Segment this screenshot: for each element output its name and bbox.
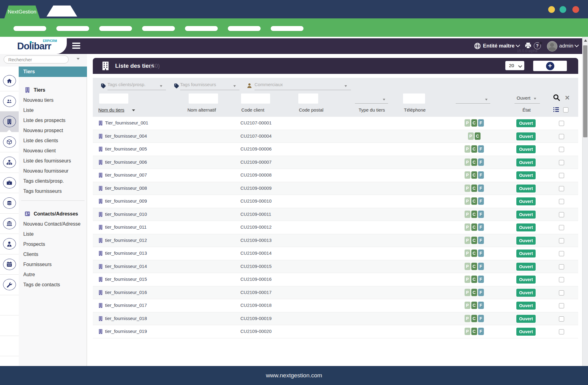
status-badge[interactable]: Ouvert (516, 315, 536, 323)
page-size-select[interactable]: 20 (505, 61, 524, 70)
status-badge[interactable]: Ouvert (516, 211, 536, 219)
status-badge[interactable]: Ouvert (516, 185, 536, 192)
scrollbar-thumb[interactable] (583, 45, 587, 137)
row-checkbox[interactable] (559, 212, 564, 217)
sidebar-item-autre[interactable]: Autre (19, 269, 87, 280)
status-badge[interactable]: Ouvert (516, 171, 536, 179)
status-badge[interactable]: Ouvert (516, 250, 536, 257)
avatar[interactable] (547, 41, 557, 51)
scrollbar[interactable] (582, 37, 588, 385)
sidebar-item-liste[interactable]: Liste (19, 105, 87, 115)
row-checkbox[interactable] (559, 264, 564, 269)
sidebar-item-nouveau-contact-adresse[interactable]: Nouveau Contact/Adresse (19, 219, 87, 229)
menu-bar-pill[interactable] (228, 26, 261, 31)
module-building-button[interactable] (0, 112, 19, 132)
column-header-nom-alternatif[interactable]: Nom alternatif (187, 107, 216, 112)
status-badge[interactable]: Ouvert (516, 237, 536, 245)
menu-section-title[interactable]: Tiers (19, 85, 87, 95)
status-badge[interactable]: Ouvert (516, 276, 536, 284)
module-users-button[interactable] (0, 91, 19, 112)
window-minimize-button[interactable] (548, 6, 555, 13)
sidebar-item-clients[interactable]: Clients (19, 249, 87, 259)
search-icon[interactable] (553, 94, 560, 101)
status-badge[interactable]: Ouvert (516, 119, 536, 127)
module-box-button[interactable] (0, 132, 19, 153)
row-checkbox[interactable] (559, 199, 564, 204)
sidebar-item-liste-des-prospects[interactable]: Liste des prospects (19, 115, 87, 125)
sidebar-item-tags-fournisseurs[interactable]: Tags fournisseurs (19, 186, 87, 196)
sidebar-item-liste[interactable]: Liste (19, 229, 87, 239)
sidebar-item-liste-des-fournisseurs[interactable]: Liste des fournisseurs (19, 156, 87, 166)
status-badge[interactable]: Ouvert (516, 158, 536, 166)
thirdparty-link[interactable]: tier_fournisseur_014 (105, 264, 147, 269)
thirdparty-link[interactable]: tier_fournisseur_008 (105, 185, 147, 191)
row-checkbox[interactable] (559, 173, 564, 178)
menu-bar-pill[interactable] (56, 26, 89, 31)
module-member-button[interactable] (0, 234, 19, 254)
thirdparty-link[interactable]: tier_fournisseur_007 (105, 172, 147, 177)
module-wrench-button[interactable] (0, 275, 19, 295)
thirdparty-link[interactable]: tier_fournisseur_017 (105, 303, 147, 308)
status-badge[interactable]: Ouvert (516, 132, 536, 140)
row-checkbox[interactable] (559, 134, 564, 139)
filter-input-code-client[interactable] (241, 93, 270, 104)
thirdparty-link[interactable]: tier_fournisseur_009 (105, 198, 147, 204)
sidebar-item-nouveau-client[interactable]: Nouveau client (19, 146, 87, 156)
thirdparty-link[interactable]: tier_fournisseur_019 (105, 329, 147, 334)
user-menu[interactable]: admin (559, 43, 578, 49)
row-checkbox[interactable] (559, 186, 564, 191)
browser-tab-inactive[interactable] (47, 6, 77, 17)
thirdparty-link[interactable]: tier_fournisseur_018 (105, 316, 147, 321)
status-badge[interactable]: Ouvert (516, 145, 536, 153)
column-header-type-tiers[interactable]: Type du tiers (359, 107, 385, 112)
select-all-checkbox[interactable] (563, 107, 568, 112)
search-scope-dropdown[interactable] (77, 58, 80, 60)
thirdparty-link[interactable]: tier_fournisseur_012 (105, 238, 147, 243)
sidebar-item-fournisseurs[interactable]: Fournisseurs (19, 259, 87, 269)
print-icon[interactable] (525, 42, 531, 49)
filter-input-nom[interactable] (99, 93, 128, 104)
footer-url[interactable]: www.nextgestion.com (266, 372, 322, 379)
menu-bar-pill[interactable] (99, 26, 132, 31)
commerciaux-select[interactable]: Commerciaux (254, 82, 351, 90)
column-header-etat[interactable]: État (522, 107, 531, 112)
window-maximize-button[interactable] (560, 6, 566, 13)
status-badge[interactable]: Ouvert (516, 263, 536, 271)
status-badge[interactable]: Ouvert (516, 302, 536, 310)
row-checkbox[interactable] (559, 160, 564, 165)
module-briefcase-button[interactable] (0, 173, 19, 193)
row-checkbox[interactable] (559, 238, 564, 243)
sidebar-item-prospects[interactable]: Prospects (19, 239, 87, 249)
row-checkbox[interactable] (559, 329, 564, 334)
row-checkbox[interactable] (559, 290, 564, 295)
thirdparty-link[interactable]: tier_fournisseur_016 (105, 290, 147, 295)
clear-filters-icon[interactable]: ✕ (565, 94, 570, 101)
row-checkbox[interactable] (559, 121, 564, 126)
row-checkbox[interactable] (559, 316, 564, 322)
tags-clients-select[interactable]: Tags clients/prosp. (107, 82, 166, 90)
sidebar-item-tags-de-contacts[interactable]: Tags de contacts (19, 280, 87, 290)
select-columns-icon[interactable] (553, 107, 559, 112)
module-coins-button[interactable] (0, 193, 19, 214)
row-checkbox[interactable] (559, 277, 564, 282)
thirdparty-link[interactable]: tier_fournisseur_004 (105, 133, 147, 139)
row-checkbox[interactable] (559, 251, 564, 256)
sidebar-item-liste-des-clients[interactable]: Liste des clients (19, 135, 87, 146)
window-close-button[interactable] (572, 6, 579, 13)
thirdparty-link[interactable]: tier_fournisseur_015 (105, 276, 147, 282)
module-calendar-button[interactable] (0, 254, 19, 275)
row-checkbox[interactable] (559, 225, 564, 230)
thirdparty-link[interactable]: tier_fournisseur_011 (105, 224, 147, 230)
hamburger-menu-icon[interactable] (72, 43, 80, 49)
browser-tab-active[interactable]: NextGestion (4, 6, 40, 18)
entity-selector[interactable]: Entité maître (483, 43, 519, 49)
status-badge[interactable]: Ouvert (516, 197, 536, 205)
row-checkbox[interactable] (559, 303, 564, 308)
column-header-telephone[interactable]: Téléphone (404, 107, 426, 112)
thirdparty-link[interactable]: Tier_fournisseur_001 (105, 120, 148, 125)
thirdparty-link[interactable]: tier_fournisseur_010 (105, 212, 147, 217)
add-thirdparty-button[interactable]: + (533, 61, 567, 71)
column-header-code-client[interactable]: Code client (241, 107, 264, 112)
module-bank-button[interactable] (0, 214, 19, 234)
menu-bar-pill[interactable] (271, 26, 303, 31)
